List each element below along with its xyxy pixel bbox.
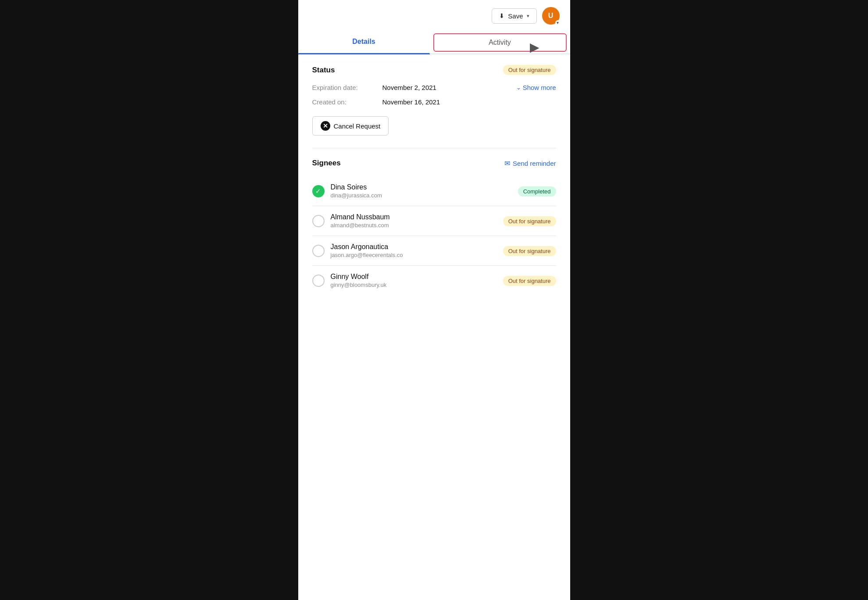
cancel-request-label: Cancel Request [334,122,381,130]
signee-row: ✓ Dina Soires dina@jurassica.com Complet… [312,176,556,206]
chevron-down-icon: ⌄ [516,84,521,91]
signee-email: jason.argo@fleecerentals.co [331,252,497,258]
out-for-signature-badge: Out for signature [503,276,556,286]
cancel-x-icon: ✕ [321,121,330,131]
status-badge: Out for signature [503,65,556,75]
signee-email: almand@bestnuts.com [331,222,497,229]
signee-status-badge: Out for signature [503,247,556,255]
save-chevron-icon: ▾ [527,13,529,19]
signee-row: Ginny Woolf ginny@bloomsbury.uk Out for … [312,266,556,295]
user-initial: U [548,12,554,20]
out-for-signature-badge: Out for signature [503,246,556,256]
signees-list: ✓ Dina Soires dina@jurassica.com Complet… [312,176,556,295]
signee-email: dina@jurassica.com [331,192,512,199]
signees-header: Signees ✉ Send reminder [312,159,556,168]
signees-title: Signees [312,159,341,168]
signee-circle-icon [312,245,325,257]
status-row: Status Out for signature [312,65,556,75]
completed-badge: Completed [518,186,556,196]
signee-row: Almand Nussbaum almand@bestnuts.com Out … [312,206,556,236]
tab-activity[interactable]: Activity ▶ [433,33,567,52]
mail-icon: ✉ [504,159,510,168]
tab-details[interactable]: Details [298,32,430,54]
expiration-date-row: Expiration date: November 2, 2021 ⌄ Show… [312,84,556,91]
cancel-request-button[interactable]: ✕ Cancel Request [312,116,389,136]
show-more-label: Show more [523,84,556,91]
created-on-row: Created on: November 16, 2021 [312,98,556,106]
tab-details-label: Details [352,38,375,45]
section-divider [312,148,556,148]
signee-circle-icon [312,215,325,227]
tab-activity-label: Activity [489,39,511,46]
expiration-date-key: Expiration date: [312,84,382,91]
save-label: Save [508,12,523,20]
center-panel: ⬇ Save ▾ U ▾ Details Activity ▶ Status [298,0,570,600]
download-icon: ⬇ [499,12,504,19]
signee-name: Ginny Woolf [331,273,497,281]
signee-check-icon: ✓ [312,185,325,197]
signee-name: Jason Argonautica [331,243,497,251]
signee-name: Almand Nussbaum [331,213,497,221]
signee-circle-icon [312,275,325,287]
avatar-chevron-icon: ▾ [555,20,561,25]
signee-row: Jason Argonautica jason.argo@fleecerenta… [312,236,556,266]
out-for-signature-badge: Out for signature [503,216,556,226]
send-reminder-label: Send reminder [513,160,556,167]
main-content: Status Out for signature Expiration date… [298,54,570,306]
header-bar: ⬇ Save ▾ U ▾ [298,0,570,32]
signee-status-badge: Out for signature [503,277,556,285]
expiration-date-value: November 2, 2021 [382,84,436,91]
signee-status-badge: Completed [518,187,556,195]
tabs-container: Details Activity ▶ [298,32,570,54]
signee-info: Dina Soires dina@jurassica.com [331,183,512,199]
signee-info: Jason Argonautica jason.argo@fleecerenta… [331,243,497,258]
created-on-value: November 16, 2021 [382,98,440,106]
send-reminder-link[interactable]: ✉ Send reminder [504,159,556,168]
signee-info: Ginny Woolf ginny@bloomsbury.uk [331,273,497,288]
page-wrapper: ⬇ Save ▾ U ▾ Details Activity ▶ Status [0,0,868,600]
signee-email: ginny@bloomsbury.uk [331,282,497,288]
signee-name: Dina Soires [331,183,512,191]
status-label: Status [312,66,335,75]
save-button[interactable]: ⬇ Save ▾ [492,8,536,24]
signee-status-badge: Out for signature [503,217,556,225]
cursor-icon: ▶ [530,40,539,54]
created-on-key: Created on: [312,98,382,106]
show-more-link[interactable]: ⌄ Show more [516,84,556,91]
user-avatar[interactable]: U ▾ [542,7,560,25]
signee-info: Almand Nussbaum almand@bestnuts.com [331,213,497,229]
